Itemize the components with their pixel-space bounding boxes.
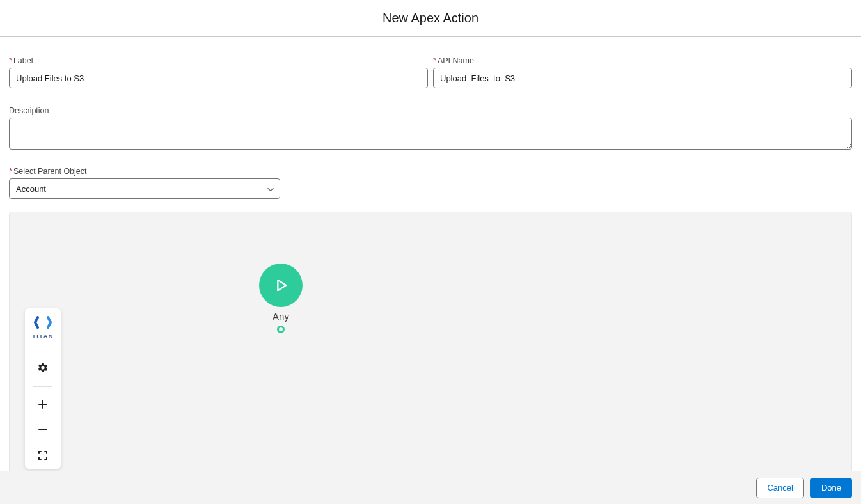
parent-object-value: Account	[16, 184, 46, 194]
node-connector-icon[interactable]	[277, 326, 285, 333]
parent-object-combobox[interactable]: Account	[9, 178, 280, 199]
modal-footer: Cancel Done	[0, 471, 861, 504]
modal-header: New Apex Action	[0, 0, 861, 37]
fit-to-screen-button[interactable]	[25, 443, 61, 469]
divider	[33, 350, 52, 350]
flow-canvas[interactable]: Any TITAN	[9, 212, 852, 471]
api-name-field-label: API Name	[433, 56, 852, 65]
gear-icon	[37, 362, 49, 375]
description-field-label: Description	[9, 106, 852, 115]
api-name-input[interactable]	[433, 68, 852, 88]
zoom-in-button[interactable]	[25, 392, 61, 418]
modal-body: Label API Name Description Select Parent…	[0, 37, 861, 471]
label-field-label: Label	[9, 56, 428, 65]
label-input[interactable]	[9, 68, 428, 88]
form-row-top: Label API Name	[9, 56, 852, 98]
titan-logo-icon	[34, 315, 52, 332]
brand-block: TITAN	[32, 315, 53, 345]
brand-text: TITAN	[32, 333, 53, 340]
zoom-out-button[interactable]	[25, 418, 61, 443]
cancel-button[interactable]: Cancel	[756, 478, 803, 498]
play-icon	[259, 264, 303, 307]
chevron-down-icon	[267, 184, 274, 194]
settings-button[interactable]	[25, 356, 61, 381]
description-textarea[interactable]	[9, 118, 852, 150]
plus-icon	[38, 399, 48, 411]
minus-icon	[38, 425, 48, 437]
start-node-label: Any	[259, 311, 303, 322]
modal-title: New Apex Action	[383, 11, 478, 26]
canvas-toolbar: TITAN	[25, 308, 61, 469]
divider	[33, 386, 52, 387]
expand-icon	[38, 450, 48, 462]
modal-new-apex-action: New Apex Action Label API Name Descripti…	[0, 0, 861, 504]
start-node[interactable]: Any	[259, 264, 303, 333]
done-button[interactable]: Done	[810, 478, 852, 498]
parent-object-field-label: Select Parent Object	[9, 167, 852, 176]
